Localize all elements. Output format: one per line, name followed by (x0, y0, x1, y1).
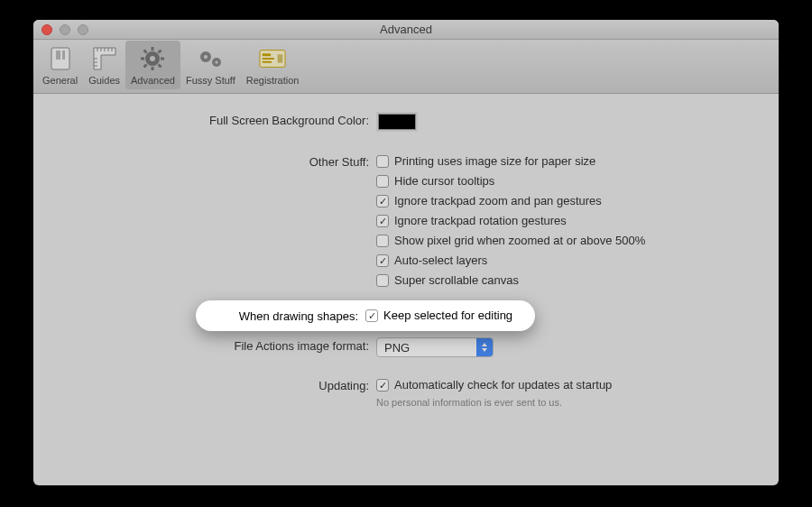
dim-overlay (33, 20, 779, 485)
highlight-drawing-shapes: When drawing shapes: Keep selected for e… (196, 300, 535, 331)
preferences-window: Advanced General Guides Advanced Fussy (33, 20, 779, 485)
checkbox-keep-selected-editing[interactable] (365, 309, 378, 322)
checkbox-label: Keep selected for editing (383, 308, 512, 324)
label-drawing-shapes: When drawing shapes: (212, 309, 365, 323)
